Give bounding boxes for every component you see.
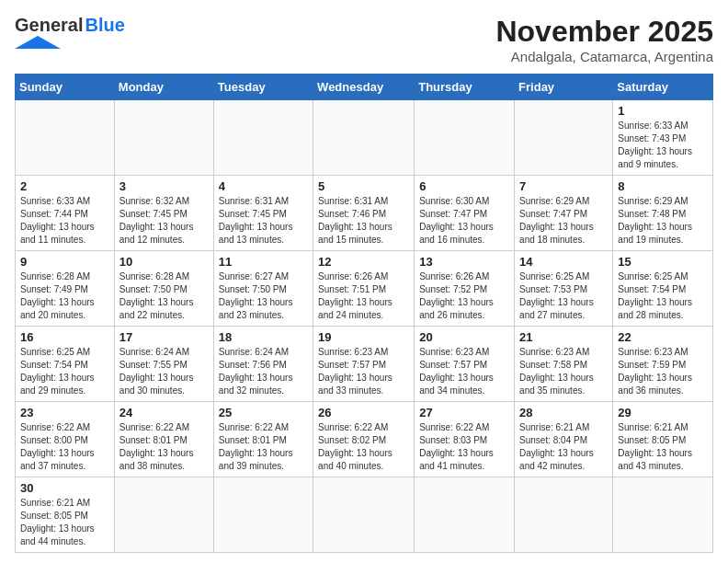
day-6: 6 Sunrise: 6:30 AM Sunset: 7:47 PM Dayli… <box>415 176 515 251</box>
header-tuesday: Tuesday <box>213 75 313 100</box>
calendar-row-6: 30 Sunrise: 6:21 AM Sunset: 8:05 PM Dayl… <box>16 477 713 553</box>
calendar-row-2: 2 Sunrise: 6:33 AM Sunset: 7:44 PM Dayli… <box>16 176 713 251</box>
empty-cell <box>613 477 713 553</box>
day-5: 5 Sunrise: 6:31 AM Sunset: 7:46 PM Dayli… <box>313 176 415 251</box>
day-24: 24 Sunrise: 6:22 AM Sunset: 8:01 PM Dayl… <box>114 402 213 477</box>
header: General Blue November 2025 Andalgala, Ca… <box>15 15 713 64</box>
day-10: 10 Sunrise: 6:28 AM Sunset: 7:50 PM Dayl… <box>114 251 213 327</box>
empty-cell <box>114 100 213 176</box>
calendar-row-3: 9 Sunrise: 6:28 AM Sunset: 7:49 PM Dayli… <box>16 251 713 327</box>
location-subtitle: Andalgala, Catamarca, Argentina <box>495 49 713 64</box>
day-23: 23 Sunrise: 6:22 AM Sunset: 8:00 PM Dayl… <box>16 402 115 477</box>
logo-icon <box>15 36 61 49</box>
header-friday: Friday <box>515 75 613 100</box>
day-1: 1 Sunrise: 6:33 AM Sunset: 7:43 PM Dayli… <box>613 100 713 176</box>
header-sunday: Sunday <box>16 75 115 100</box>
header-saturday: Saturday <box>613 75 713 100</box>
empty-cell <box>515 100 613 176</box>
day-26: 26 Sunrise: 6:22 AM Sunset: 8:02 PM Dayl… <box>313 402 415 477</box>
day-7: 7 Sunrise: 6:29 AM Sunset: 7:47 PM Dayli… <box>515 176 613 251</box>
day-12: 12 Sunrise: 6:26 AM Sunset: 7:51 PM Dayl… <box>313 251 415 327</box>
empty-cell <box>213 100 313 176</box>
day-15: 15 Sunrise: 6:25 AM Sunset: 7:54 PM Dayl… <box>613 251 713 327</box>
calendar-row-5: 23 Sunrise: 6:22 AM Sunset: 8:00 PM Dayl… <box>16 402 713 477</box>
day-21: 21 Sunrise: 6:23 AM Sunset: 7:58 PM Dayl… <box>515 327 613 402</box>
day-29: 29 Sunrise: 6:21 AM Sunset: 8:05 PM Dayl… <box>613 402 713 477</box>
day-8: 8 Sunrise: 6:29 AM Sunset: 7:48 PM Dayli… <box>613 176 713 251</box>
calendar-row-1: 1 Sunrise: 6:33 AM Sunset: 7:43 PM Dayli… <box>16 100 713 176</box>
calendar-row-4: 16 Sunrise: 6:25 AM Sunset: 7:54 PM Dayl… <box>16 327 713 402</box>
title-section: November 2025 Andalgala, Catamarca, Arge… <box>495 15 713 64</box>
day-16: 16 Sunrise: 6:25 AM Sunset: 7:54 PM Dayl… <box>16 327 115 402</box>
day-25: 25 Sunrise: 6:22 AM Sunset: 8:01 PM Dayl… <box>213 402 313 477</box>
header-wednesday: Wednesday <box>313 75 415 100</box>
day-28: 28 Sunrise: 6:21 AM Sunset: 8:04 PM Dayl… <box>515 402 613 477</box>
header-thursday: Thursday <box>415 75 515 100</box>
day-20: 20 Sunrise: 6:23 AM Sunset: 7:57 PM Dayl… <box>415 327 515 402</box>
day-2: 2 Sunrise: 6:33 AM Sunset: 7:44 PM Dayli… <box>16 176 115 251</box>
empty-cell <box>313 100 415 176</box>
empty-cell <box>313 477 415 553</box>
empty-cell <box>16 100 115 176</box>
empty-cell <box>114 477 213 553</box>
day-9: 9 Sunrise: 6:28 AM Sunset: 7:49 PM Dayli… <box>16 251 115 327</box>
day-11: 11 Sunrise: 6:27 AM Sunset: 7:50 PM Dayl… <box>213 251 313 327</box>
day-27: 27 Sunrise: 6:22 AM Sunset: 8:03 PM Dayl… <box>415 402 515 477</box>
month-title: November 2025 <box>495 15 713 49</box>
day-4: 4 Sunrise: 6:31 AM Sunset: 7:45 PM Dayli… <box>213 176 313 251</box>
header-monday: Monday <box>114 75 213 100</box>
svg-marker-0 <box>15 36 61 49</box>
day-18: 18 Sunrise: 6:24 AM Sunset: 7:56 PM Dayl… <box>213 327 313 402</box>
day-3: 3 Sunrise: 6:32 AM Sunset: 7:45 PM Dayli… <box>114 176 213 251</box>
day-22: 22 Sunrise: 6:23 AM Sunset: 7:59 PM Dayl… <box>613 327 713 402</box>
empty-cell <box>213 477 313 553</box>
logo: General Blue <box>15 15 125 49</box>
logo-blue-text: Blue <box>85 15 124 36</box>
day-17: 17 Sunrise: 6:24 AM Sunset: 7:55 PM Dayl… <box>114 327 213 402</box>
calendar-table: Sunday Monday Tuesday Wednesday Thursday… <box>15 74 713 553</box>
day-19: 19 Sunrise: 6:23 AM Sunset: 7:57 PM Dayl… <box>313 327 415 402</box>
empty-cell <box>415 100 515 176</box>
day-14: 14 Sunrise: 6:25 AM Sunset: 7:53 PM Dayl… <box>515 251 613 327</box>
empty-cell <box>415 477 515 553</box>
logo-general-text: General <box>15 15 83 36</box>
weekday-header-row: Sunday Monday Tuesday Wednesday Thursday… <box>16 75 713 100</box>
day-13: 13 Sunrise: 6:26 AM Sunset: 7:52 PM Dayl… <box>415 251 515 327</box>
day-30: 30 Sunrise: 6:21 AM Sunset: 8:05 PM Dayl… <box>16 477 115 553</box>
empty-cell <box>515 477 613 553</box>
